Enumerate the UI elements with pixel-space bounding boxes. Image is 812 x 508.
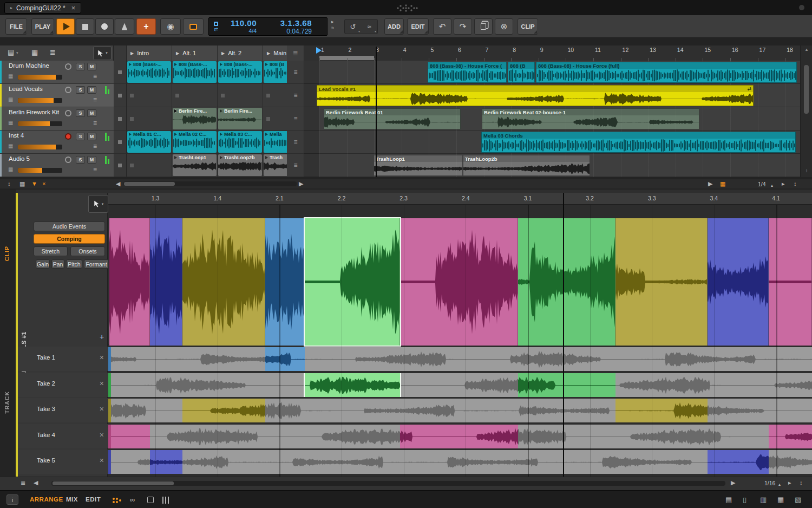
arranger-clip[interactable]: Berlin Firework Beat 01 [324, 108, 461, 129]
delete-take-icon[interactable]: × [100, 431, 104, 439]
take-row-2[interactable]: Take 2× [18, 373, 108, 397]
track-menu-icon[interactable]: ≡ [93, 96, 97, 103]
follow-playhead-icon[interactable]: ▼ [31, 180, 37, 187]
tempo-block[interactable]: 110.00 4/4 [223, 19, 257, 34]
mute-button[interactable]: M [87, 133, 96, 140]
editor-panel-icon[interactable]: ▧ [795, 496, 801, 504]
volume-slider[interactable] [18, 75, 62, 80]
metronome-button[interactable] [115, 18, 134, 35]
editor-timeline-ruler[interactable]: 1.31.42.12.22.32.43.13.23.33.44.1 [108, 193, 812, 205]
clip-slot[interactable]: Trash [263, 154, 287, 177]
launcher-clip[interactable]: Mella 02 C... [173, 131, 217, 153]
take-used-region[interactable] [518, 373, 615, 397]
position-block[interactable]: 3.1.3.68 0:04.729 [257, 19, 316, 35]
clip-play-icon[interactable] [220, 63, 222, 66]
transport-stop-button[interactable] [76, 18, 94, 35]
launcher-clip[interactable]: TrashLoop2b [218, 154, 262, 176]
track-menu-icon[interactable]: ≡ [93, 166, 97, 173]
undo-button[interactable]: ↶ [433, 18, 451, 35]
track-scene-menu[interactable]: ≡ [287, 84, 304, 107]
take-used-region[interactable] [109, 425, 150, 448]
launcher-clip[interactable]: Berlin Fire... [218, 108, 262, 129]
take-used-region[interactable] [615, 399, 708, 422]
redo-button[interactable]: ↷ [454, 18, 472, 35]
arranger-clip[interactable]: 808 (B [508, 62, 535, 83]
take-used-region[interactable] [182, 399, 265, 422]
scrollbar-thumb[interactable] [804, 65, 809, 114]
take-row-4[interactable]: Take 4× [18, 424, 108, 448]
clip-play-icon[interactable] [129, 133, 132, 136]
transport-play-button[interactable] [56, 18, 75, 35]
link-icon[interactable]: ∞ [130, 496, 135, 504]
clip-play-icon[interactable] [174, 156, 177, 159]
launcher-clip[interactable]: TrashLoop1 [173, 154, 217, 176]
mute-button[interactable]: M [87, 63, 96, 70]
snap-end-icon[interactable]: ▸ [788, 479, 791, 486]
clip-stop-button[interactable] [114, 84, 127, 107]
arranger-playhead[interactable] [376, 47, 377, 177]
scene-play-icon[interactable]: ▶ [267, 51, 270, 56]
arrange-view-tab[interactable]: ARRANGE [30, 496, 63, 503]
edit-view-tab[interactable]: EDIT [86, 496, 101, 503]
clip-stop-button[interactable] [114, 154, 127, 177]
clip-slot[interactable] [127, 107, 172, 131]
comp-segment-take-2[interactable] [305, 218, 400, 346]
snap-grid-icon[interactable]: ▦ [19, 180, 25, 187]
clip-play-icon[interactable] [174, 109, 177, 113]
clip-slot[interactable]: Berlin Fire... [172, 107, 218, 131]
clip-slot[interactable]: 808 (Bass-... [127, 61, 172, 84]
mute-button[interactable]: M [87, 156, 96, 164]
project-menu-icon[interactable]: ▸ [10, 5, 12, 10]
take-used-region[interactable] [769, 425, 812, 448]
arranger-clip[interactable]: Mella 03 Chords [481, 132, 796, 153]
dual-display-icon[interactable] [113, 498, 115, 500]
track-scene-menu[interactable]: ≡ [287, 131, 304, 154]
clip-play-icon[interactable] [129, 63, 132, 66]
arranger-clip[interactable]: TrashLoop2b [463, 155, 590, 176]
clip-stop-button[interactable] [114, 131, 127, 154]
arranger-timeline-ruler[interactable]: 123456789101112131415161718 [304, 45, 800, 61]
clip-play-icon[interactable] [220, 109, 222, 113]
take-lane-2[interactable] [108, 373, 812, 397]
project-tab[interactable]: ▸ CompingGUI22 * × [4, 2, 81, 14]
arranger-vertical-scrollbar[interactable]: ▴ ↕ [800, 45, 812, 177]
overdub-mode-button[interactable]: ◉ [160, 18, 181, 35]
comp-segment-take-4[interactable] [109, 218, 150, 346]
solo-button[interactable]: S [76, 86, 85, 94]
clip-slot[interactable] [263, 84, 287, 107]
cancel-button[interactable]: ⊗ [495, 18, 513, 35]
track-list-menu-icon[interactable]: ▤ [8, 48, 14, 57]
track-menu-icon[interactable]: ≡ [93, 142, 97, 150]
scene-menu-icon[interactable]: ≣ [287, 45, 304, 61]
take-lane-5[interactable] [108, 450, 812, 474]
single-panel-icon[interactable] [147, 497, 154, 503]
scene-header[interactable]: ▶Alt. 2 [218, 45, 263, 61]
record-arm-button[interactable] [65, 87, 71, 93]
volume-slider[interactable] [18, 121, 62, 126]
resize-icon[interactable]: ↕ [800, 479, 803, 486]
onsets-button[interactable]: Onsets [70, 246, 105, 256]
inspector-panel-icon[interactable]: ▯ [743, 496, 746, 504]
track-header-2[interactable]: Lead VocalsSM▦≡ [0, 84, 114, 107]
pitch-button[interactable]: Pitch [66, 259, 82, 269]
clip-slot[interactable]: 808 (Bass-... [172, 61, 218, 84]
arranger-clip[interactable]: Lead Vocals #1⇄ [317, 85, 754, 106]
clip-slot[interactable] [263, 107, 287, 131]
track-menu-icon[interactable]: ≡ [93, 119, 97, 127]
comp-segment-take-5[interactable] [708, 218, 769, 346]
play-menu-button[interactable]: PLAY [31, 18, 54, 35]
clip-slot[interactable]: Mella 02 C... [172, 131, 218, 154]
solo-button[interactable]: S [76, 109, 85, 117]
take-row-5[interactable]: Take 5× [18, 450, 108, 474]
add-take-lane-button[interactable]: + [97, 333, 107, 341]
clip-play-icon[interactable] [265, 156, 268, 159]
transport-display[interactable]: ⇄ 110.00 4/4 3.1.3.68 0:04.729 [208, 17, 328, 36]
track-menu-icon[interactable]: ≡ [93, 73, 97, 80]
comp-segment-take-3[interactable] [182, 218, 265, 346]
comp-segment-take-1[interactable] [265, 218, 305, 346]
comp-segment-take-3[interactable] [615, 218, 708, 346]
scene-play-icon[interactable]: ▶ [176, 51, 179, 56]
solo-button[interactable]: S [76, 63, 85, 70]
tempo-value[interactable]: 110.00 [231, 19, 257, 27]
comping-button[interactable]: Comping [34, 234, 105, 244]
